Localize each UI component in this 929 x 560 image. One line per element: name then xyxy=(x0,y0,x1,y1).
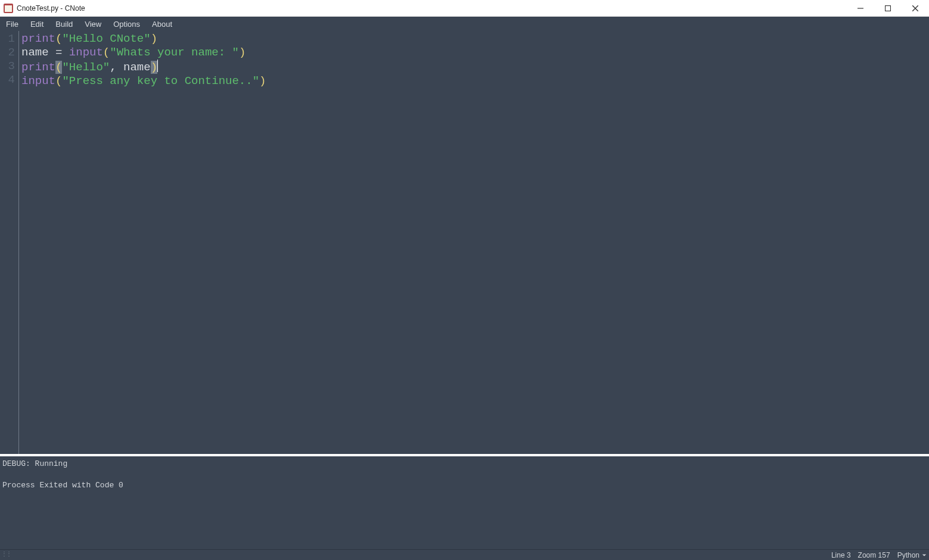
token: ( xyxy=(55,74,62,88)
token: print xyxy=(21,32,55,45)
line-gutter: 1234 xyxy=(0,31,19,454)
menu-file[interactable]: File xyxy=(0,17,24,31)
menu-about[interactable]: About xyxy=(146,17,178,31)
editor[interactable]: 1234 print("Hello CNote")name = input("W… xyxy=(0,31,929,454)
token: = xyxy=(49,46,69,59)
status-language[interactable]: Python xyxy=(894,551,929,559)
menu-view[interactable]: View xyxy=(79,17,107,31)
token: name xyxy=(123,61,151,74)
token: ( xyxy=(55,61,62,74)
app-icon xyxy=(4,4,13,13)
line-number: 4 xyxy=(0,73,15,87)
status-language-label: Python xyxy=(897,551,919,559)
token: "Hello CNote" xyxy=(62,32,150,45)
line-number: 2 xyxy=(0,46,15,60)
maximize-button[interactable] xyxy=(874,0,902,17)
token: input xyxy=(69,46,103,59)
output-panel[interactable]: DEBUG: Running Process Exited with Code … xyxy=(0,456,929,549)
token: ( xyxy=(55,32,62,45)
token: input xyxy=(21,74,55,88)
window-title: CnoteTest.py - CNote xyxy=(17,4,847,13)
token: ( xyxy=(103,46,110,59)
chevron-down-icon xyxy=(922,553,927,558)
token: print xyxy=(21,61,55,74)
token: ) xyxy=(151,32,157,45)
code-line[interactable]: name = input("Whats your name: ") xyxy=(21,46,927,60)
statusbar: Line 3 Zoom 157 Python xyxy=(0,549,929,560)
menu-edit[interactable]: Edit xyxy=(24,17,49,31)
status-zoom: Zoom 157 xyxy=(855,551,894,559)
token: , xyxy=(110,61,123,74)
menu-options[interactable]: Options xyxy=(107,17,146,31)
svg-rect-0 xyxy=(885,5,891,11)
app-window: CnoteTest.py - CNote File Edit Build Vie… xyxy=(0,0,929,560)
token: ) xyxy=(239,46,246,59)
line-number: 1 xyxy=(0,32,15,46)
grip-icon xyxy=(1,551,10,559)
menu-build[interactable]: Build xyxy=(49,17,79,31)
code-area[interactable]: print("Hello CNote")name = input("Whats … xyxy=(19,31,929,454)
minimize-button[interactable] xyxy=(847,0,874,17)
token: ) xyxy=(259,74,266,88)
close-button[interactable] xyxy=(902,0,929,17)
token: "Whats your name: " xyxy=(110,46,239,59)
token: "Hello" xyxy=(62,61,110,74)
code-line[interactable]: print("Hello CNote") xyxy=(21,32,927,46)
token: "Press any key to Continue.." xyxy=(62,74,259,88)
line-number: 3 xyxy=(0,60,15,73)
token: ) xyxy=(151,61,157,74)
status-line: Line 3 xyxy=(828,551,855,559)
caret xyxy=(157,60,158,72)
menubar: File Edit Build View Options About xyxy=(0,17,929,31)
code-line[interactable]: input("Press any key to Continue..") xyxy=(21,74,927,88)
titlebar[interactable]: CnoteTest.py - CNote xyxy=(0,0,929,17)
token: name xyxy=(21,46,49,59)
code-line[interactable]: print("Hello", name) xyxy=(21,60,927,74)
